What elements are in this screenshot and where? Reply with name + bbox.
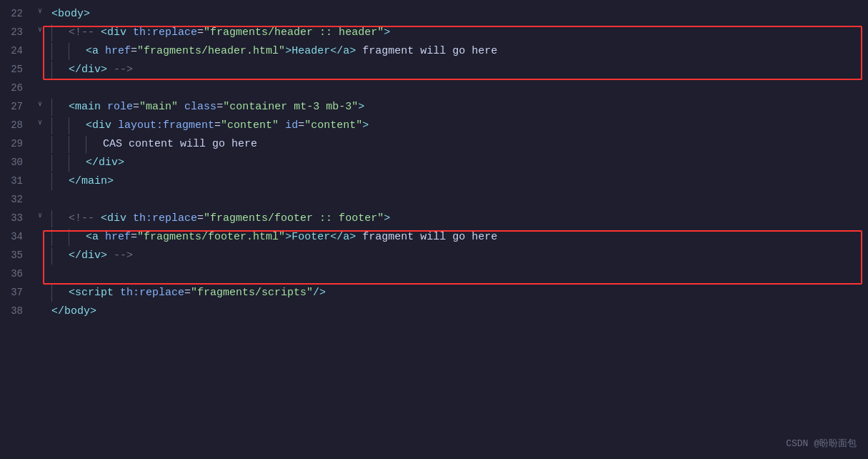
- line-content: CAS content will go here: [46, 136, 868, 153]
- line-number: 31: [0, 173, 34, 189]
- fold-arrow[interactable]: [34, 117, 46, 129]
- code-editor: 22<body>23 <!-- <div th:replace="fragmen…: [0, 0, 868, 327]
- line-content: </body>: [46, 303, 868, 320]
- token-attr-name: layout:fragment: [118, 119, 214, 132]
- token-string: "fragments/scripts": [191, 287, 313, 299]
- token-bracket: <: [86, 45, 92, 57]
- token-bracket: </: [51, 305, 64, 317]
- code-line: 30 </div>: [0, 154, 868, 173]
- code-line: 29 CAS content will go here: [0, 136, 868, 154]
- token-bracket: <: [101, 26, 107, 39]
- line-content: </div> -->: [46, 61, 868, 79]
- token-bracket: >: [107, 175, 114, 187]
- code-line: 34 <a href="fragments/footer.html">Foote…: [0, 229, 868, 247]
- token-string: "container mt-3 mb-3": [223, 101, 358, 113]
- line-content: </div>: [46, 154, 868, 172]
- token-tag: body: [58, 8, 84, 20]
- token-tag: script: [75, 287, 114, 299]
- line-number: 27: [0, 99, 34, 114]
- token-tag: Footer: [291, 231, 330, 243]
- line-number: 22: [0, 6, 34, 21]
- token-text-content: CAS content will go here: [103, 138, 257, 150]
- token-tag: a: [92, 45, 99, 57]
- token-bracket: </: [330, 45, 343, 57]
- token-bracket: >: [285, 45, 291, 57]
- token-comment: <!--: [69, 212, 101, 224]
- token-tag: a: [343, 45, 349, 57]
- line-number: 33: [0, 210, 34, 226]
- token-bracket: >: [285, 231, 291, 243]
- line-content: <div layout:fragment="content" id="conte…: [46, 117, 868, 134]
- token-bracket: >: [84, 8, 90, 20]
- token-comment: <!--: [69, 26, 101, 39]
- token-string: "fragments/header :: header": [204, 26, 384, 39]
- token-bracket: <: [51, 8, 58, 20]
- token-comment: -->: [107, 250, 133, 262]
- token-attr-name: th:replace: [120, 287, 184, 299]
- token-text-content: [101, 101, 107, 113]
- line-content: <a href="fragments/header.html">Header</…: [46, 43, 868, 60]
- line-content: <!-- <div th:replace="fragments/header :…: [46, 24, 868, 41]
- code-line: 23 <!-- <div th:replace="fragments/heade…: [0, 24, 868, 43]
- token-bracket: </: [69, 250, 81, 262]
- code-line: 24 <a href="fragments/header.html">Heade…: [0, 43, 868, 61]
- line-number: 28: [0, 117, 34, 133]
- token-bracket: >: [384, 212, 390, 224]
- token-text-content: =: [298, 119, 304, 132]
- line-number: 29: [0, 136, 34, 152]
- line-content: <body>: [46, 6, 868, 23]
- line-number: 32: [0, 192, 34, 207]
- fold-arrow[interactable]: [34, 6, 46, 17]
- watermark: CSDN @盼盼面包: [786, 437, 857, 452]
- token-tag: div: [107, 26, 126, 39]
- code-line: 31 </main>: [0, 173, 868, 192]
- token-attr-name: th:replace: [133, 212, 197, 224]
- token-attr-name: th:replace: [133, 26, 197, 39]
- token-bracket: <: [69, 287, 75, 299]
- token-bracket: >: [349, 231, 356, 243]
- token-text-content: =: [197, 26, 204, 39]
- line-number: 34: [0, 229, 34, 245]
- token-tag: body: [64, 305, 90, 317]
- code-line: 26: [0, 80, 868, 99]
- token-text-content: [178, 101, 184, 113]
- token-text-content: =: [216, 101, 223, 113]
- token-bracket: </: [69, 175, 81, 187]
- token-bracket: </: [86, 157, 99, 169]
- token-tag: a: [343, 231, 349, 243]
- line-number: 37: [0, 285, 34, 300]
- token-text-content: =: [214, 119, 221, 132]
- code-line: 35 </div> -->: [0, 247, 868, 266]
- line-number: 26: [0, 80, 34, 96]
- token-text-content: [126, 26, 133, 39]
- token-tag: Header: [291, 45, 330, 57]
- line-number: 36: [0, 266, 34, 282]
- token-tag: div: [92, 119, 111, 132]
- code-wrapper: 22<body>23 <!-- <div th:replace="fragmen…: [0, 6, 868, 322]
- line-number: 25: [0, 61, 34, 77]
- token-string: "content": [221, 119, 279, 132]
- token-string: "fragments/footer :: footer": [204, 212, 384, 224]
- token-text-content: [126, 212, 133, 224]
- token-tag: div: [81, 64, 101, 76]
- token-string: "main": [139, 101, 178, 113]
- fold-arrow[interactable]: [34, 24, 46, 36]
- token-tag: div: [99, 157, 118, 169]
- line-number: 23: [0, 24, 34, 40]
- token-attr-name: id: [285, 119, 298, 132]
- token-tag: main: [75, 101, 101, 113]
- code-line: 33 <!-- <div th:replace="fragments/foote…: [0, 210, 868, 229]
- fold-arrow[interactable]: [34, 99, 46, 110]
- token-text-content: fragment will go here: [356, 45, 497, 57]
- token-bracket: <: [101, 212, 107, 224]
- fold-arrow[interactable]: [34, 210, 46, 222]
- line-number: 30: [0, 154, 34, 170]
- code-line: 32: [0, 192, 868, 210]
- token-tag: div: [107, 212, 126, 224]
- line-number: 24: [0, 43, 34, 59]
- token-bracket: >: [362, 119, 369, 132]
- line-content: <!-- <div th:replace="fragments/footer :…: [46, 210, 868, 227]
- line-content: <main role="main" class="container mt-3 …: [46, 99, 868, 116]
- code-line: 27 <main role="main" class="container mt…: [0, 99, 868, 117]
- token-bracket: >: [349, 45, 356, 57]
